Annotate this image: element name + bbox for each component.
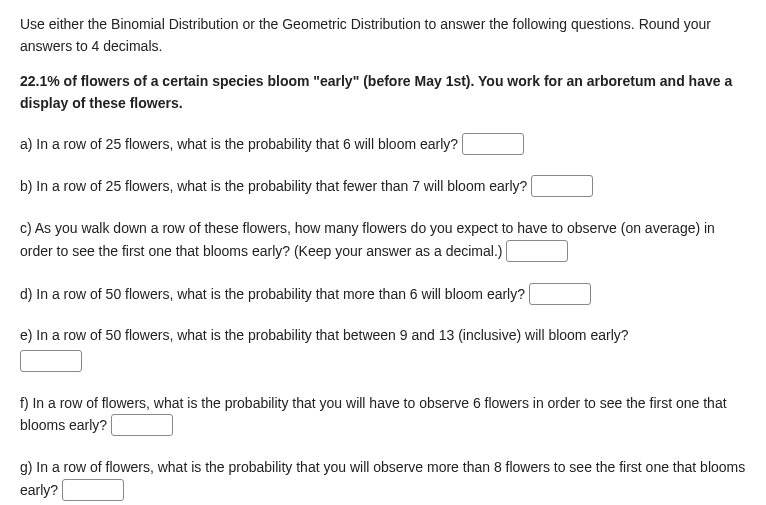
scenario-text: 22.1% of flowers of a certain species bl… — [20, 71, 746, 114]
question-e-text: e) In a row of 50 flowers, what is the p… — [20, 327, 629, 343]
question-a-text: a) In a row of 25 flowers, what is the p… — [20, 136, 462, 152]
question-c: c) As you walk down a row of these flowe… — [20, 218, 746, 262]
question-b: b) In a row of 25 flowers, what is the p… — [20, 175, 746, 198]
question-d: d) In a row of 50 flowers, what is the p… — [20, 283, 746, 306]
question-a: a) In a row of 25 flowers, what is the p… — [20, 133, 746, 156]
answer-input-a[interactable] — [462, 133, 524, 155]
answer-input-g[interactable] — [62, 479, 124, 501]
question-g: g) In a row of flowers, what is the prob… — [20, 457, 746, 501]
question-d-text: d) In a row of 50 flowers, what is the p… — [20, 286, 529, 302]
answer-input-b[interactable] — [531, 175, 593, 197]
instructions: Use either the Binomial Distribution or … — [20, 14, 746, 57]
question-e: e) In a row of 50 flowers, what is the p… — [20, 325, 746, 372]
question-b-text: b) In a row of 25 flowers, what is the p… — [20, 178, 531, 194]
question-g-text: g) In a row of flowers, what is the prob… — [20, 459, 745, 498]
answer-input-f[interactable] — [111, 414, 173, 436]
question-f: f) In a row of flowers, what is the prob… — [20, 393, 746, 437]
answer-input-d[interactable] — [529, 283, 591, 305]
question-c-text: c) As you walk down a row of these flowe… — [20, 220, 715, 259]
answer-input-c[interactable] — [506, 240, 568, 262]
answer-input-e[interactable] — [20, 350, 82, 372]
